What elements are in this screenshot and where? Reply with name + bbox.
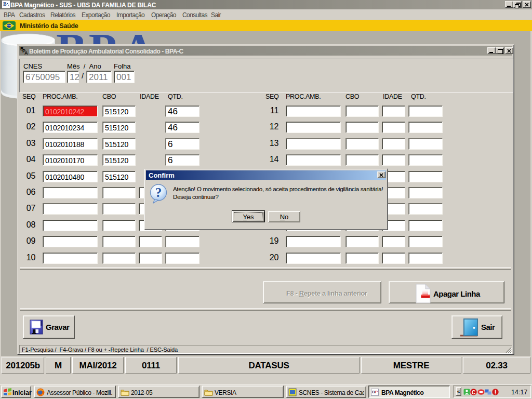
svg-text:?: ? xyxy=(155,185,162,200)
svg-text:C: C xyxy=(472,390,475,395)
svg-text:BP: BP xyxy=(372,390,378,394)
